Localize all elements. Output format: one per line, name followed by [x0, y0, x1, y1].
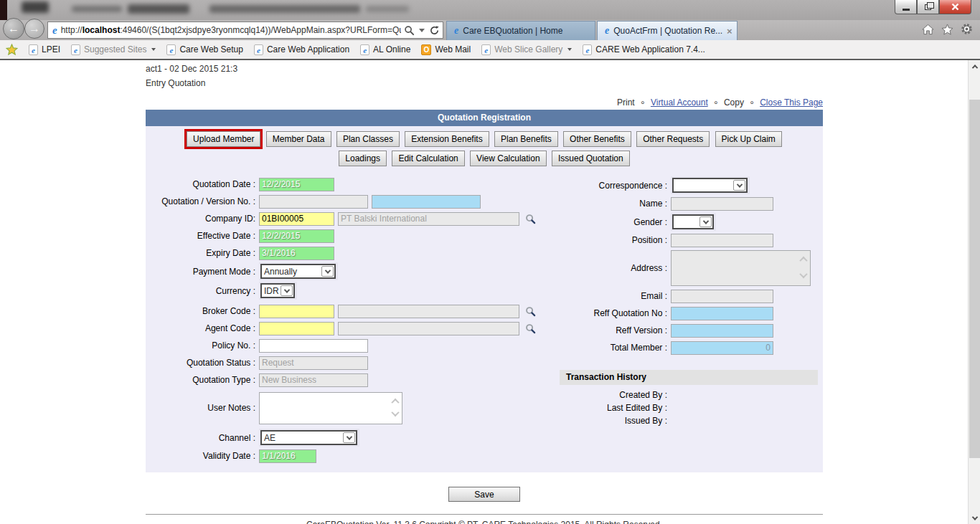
favorite-web-mail[interactable]: OWeb Mail [421, 44, 471, 55]
tab-quoactfrm[interactable]: e QuoActFrm | Quotation Re... × [597, 21, 738, 40]
scroll-down-icon[interactable] [391, 409, 399, 416]
scroll-up-icon[interactable] [799, 257, 807, 265]
policy-no-field[interactable] [259, 339, 368, 353]
forward-button[interactable]: → [24, 19, 44, 39]
issued-by-label: Issued By : [558, 415, 671, 427]
payment-mode-select[interactable]: Annually [260, 264, 336, 279]
effective-date-field[interactable]: 12/2/2015 [259, 229, 334, 243]
broker-name-field[interactable] [338, 305, 519, 318]
search-icon[interactable] [404, 25, 415, 36]
correspondence-select[interactable] [672, 178, 748, 193]
upload-member-button[interactable]: Upload Member [187, 131, 260, 147]
email-label: Email : [558, 288, 671, 304]
version-no-field[interactable] [372, 195, 481, 209]
name-label: Name : [558, 196, 671, 211]
refresh-icon[interactable] [429, 25, 440, 36]
back-button[interactable]: ← [3, 18, 24, 39]
close-button[interactable] [939, 0, 971, 14]
address-dropdown-icon[interactable] [419, 29, 425, 32]
user-notes-textarea[interactable] [259, 392, 402, 424]
other-benefits-button[interactable]: Other Benefits [563, 131, 631, 147]
favorite-al-online[interactable]: eAL Online [360, 44, 410, 55]
company-id-field[interactable]: 01BI00005 [259, 212, 334, 226]
window-title-redacted [22, 1, 49, 13]
restore-icon [925, 4, 931, 10]
chevron-down-icon [343, 432, 355, 443]
scrollbar-up-icon[interactable] [969, 60, 980, 72]
save-button[interactable]: Save [448, 487, 520, 502]
company-lookup-icon[interactable] [525, 214, 536, 224]
webmail-icon: O [421, 44, 431, 55]
scroll-up-icon[interactable] [391, 399, 399, 406]
add-favorite-star-icon[interactable] [6, 44, 18, 55]
broker-code-field[interactable] [259, 305, 334, 318]
extension-benefits-button[interactable]: Extension Benefits [405, 131, 489, 147]
url-text: http://localhost:49460/(S(1bqt2xjsdpye3r… [61, 25, 401, 35]
favorites-star-icon[interactable] [941, 24, 953, 35]
created-by-label: Created By : [558, 389, 671, 401]
ie-page-icon: e [360, 44, 369, 55]
plan-benefits-button[interactable]: Plan Benefits [494, 131, 558, 147]
scrollbar-thumb[interactable] [969, 100, 980, 458]
restore-button[interactable] [917, 0, 939, 14]
window-title-redacted [209, 5, 360, 13]
pick-up-claim-button[interactable]: Pick Up Claim [715, 131, 782, 147]
favorite-care-web-application[interactable]: eCare Web Application [254, 44, 349, 55]
page-title: Entry Quotation [146, 75, 823, 89]
browser-navbar: ← → e http://localhost:49460/(S(1bqt2xjs… [0, 20, 980, 40]
favorite-web-slice-gallery[interactable]: eWeb Slice Gallery [481, 44, 572, 55]
address-bar[interactable]: e http://localhost:49460/(S(1bqt2xjsdpye… [47, 22, 443, 39]
validity-date-field[interactable]: 1/1/2016 [259, 449, 316, 463]
ie-page-icon: e [254, 44, 263, 55]
quotation-no-field[interactable] [259, 195, 368, 209]
gender-select[interactable] [672, 214, 714, 229]
plan-classes-button[interactable]: Plan Classes [336, 131, 400, 147]
quotation-type-field[interactable]: New Business [259, 373, 368, 387]
reff-version-label: Reff Version : [558, 323, 671, 338]
favorite-care-web-setup[interactable]: eCare Web Setup [166, 44, 243, 55]
address-textarea[interactable] [671, 250, 811, 286]
close-page-link[interactable]: Close This Page [760, 97, 823, 108]
position-field[interactable] [671, 234, 773, 247]
chevron-down-icon [567, 48, 572, 51]
expiry-date-field[interactable]: 3/1/2016 [259, 247, 334, 260]
edit-calculation-button[interactable]: Edit Calculation [392, 151, 464, 166]
total-member-field[interactable]: 0 [671, 341, 773, 355]
transaction-history-header: Transaction History [560, 370, 818, 385]
loadings-button[interactable]: Loadings [339, 151, 387, 166]
tab-close-icon[interactable]: × [722, 26, 732, 37]
copy-action[interactable]: Copy [724, 97, 744, 108]
reff-quotation-no-field[interactable] [671, 307, 773, 320]
currency-select[interactable]: IDR [260, 283, 295, 298]
agent-code-field[interactable] [259, 322, 334, 335]
agent-code-label: Agent Code : [146, 320, 259, 336]
favorite-suggested-sites[interactable]: eSuggested Sites [71, 44, 156, 55]
print-action[interactable]: Print [617, 97, 635, 108]
home-icon[interactable] [922, 24, 934, 35]
minimize-button[interactable] [895, 0, 917, 14]
virtual-account-link[interactable]: Virtual Account [651, 97, 708, 108]
favorite-lpei[interactable]: eLPEI [29, 44, 60, 55]
scrollbar-down-icon[interactable] [969, 512, 980, 524]
agent-name-field[interactable] [338, 322, 519, 335]
name-field[interactable] [671, 197, 773, 211]
scroll-down-icon[interactable] [799, 270, 807, 278]
tab-care-ebquotation-home[interactable]: e Care EBQuotation | Home [446, 21, 595, 40]
email-field[interactable] [671, 290, 773, 303]
reff-version-field[interactable] [671, 324, 773, 338]
broker-lookup-icon[interactable] [525, 306, 536, 317]
other-requests-button[interactable]: Other Requests [636, 131, 710, 147]
chevron-down-icon [151, 48, 156, 51]
vertical-scrollbar[interactable] [968, 60, 980, 524]
quotation-date-field[interactable]: 12/2/2015 [259, 178, 334, 191]
view-calculation-button[interactable]: View Calculation [470, 151, 547, 166]
issued-quotation-button[interactable]: Issued Quotation [552, 151, 630, 166]
ie-page-icon: e [29, 44, 38, 55]
member-data-button[interactable]: Member Data [266, 131, 331, 147]
settings-gear-icon[interactable] [961, 23, 973, 35]
quotation-status-field[interactable]: Request [259, 356, 368, 370]
favorite-care-web-application-74[interactable]: eCARE Web Application 7.4... [583, 44, 705, 55]
company-name-field[interactable]: PT Balski International [338, 212, 519, 226]
agent-lookup-icon[interactable] [525, 323, 536, 334]
channel-select[interactable]: AE [260, 430, 357, 445]
